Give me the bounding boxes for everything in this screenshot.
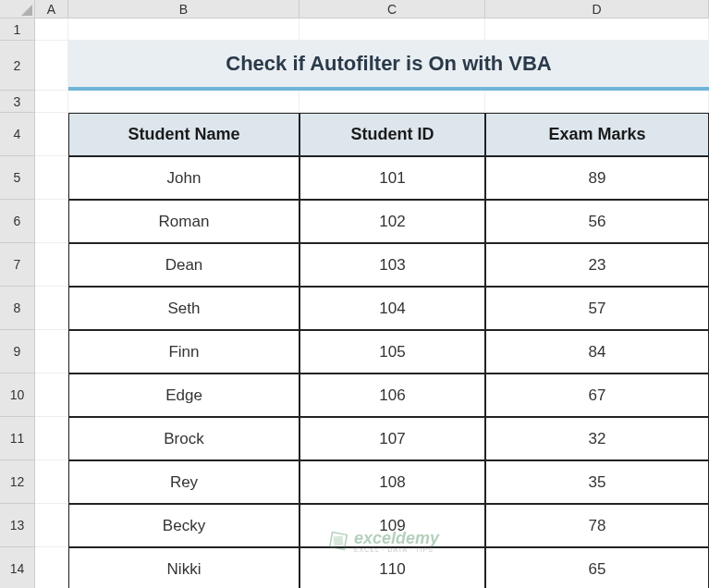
- table-cell[interactable]: Becky: [68, 504, 299, 547]
- row-header-10[interactable]: 10: [0, 374, 35, 417]
- table-cell[interactable]: 35: [485, 460, 709, 504]
- table-cell[interactable]: 32: [485, 417, 709, 460]
- cell-a5[interactable]: [35, 156, 68, 200]
- cell-a6[interactable]: [35, 200, 68, 243]
- table-cell[interactable]: 102: [299, 200, 485, 243]
- select-all-corner[interactable]: [0, 0, 35, 18]
- row-header-4[interactable]: 4: [0, 113, 35, 156]
- column-header-c[interactable]: C: [299, 0, 485, 18]
- spreadsheet-grid: A B C D 1 2 Check if Autofilter is On wi…: [0, 0, 709, 588]
- row-header-14[interactable]: 14: [0, 547, 35, 588]
- cell-a11[interactable]: [35, 417, 68, 460]
- header-student-name[interactable]: Student Name: [68, 113, 299, 156]
- cell-b1[interactable]: [68, 18, 299, 41]
- header-exam-marks[interactable]: Exam Marks: [485, 113, 709, 156]
- row-header-5[interactable]: 5: [0, 156, 35, 200]
- table-cell[interactable]: 109: [299, 504, 485, 547]
- table-cell[interactable]: 110: [299, 547, 485, 588]
- table-cell[interactable]: Brock: [68, 417, 299, 460]
- row-header-3[interactable]: 3: [0, 91, 35, 113]
- table-cell[interactable]: Dean: [68, 243, 299, 287]
- cell-a4[interactable]: [35, 113, 68, 156]
- row-header-12[interactable]: 12: [0, 460, 35, 504]
- table-cell[interactable]: 107: [299, 417, 485, 460]
- cell-a2[interactable]: [35, 41, 68, 91]
- cell-a7[interactable]: [35, 243, 68, 287]
- table-cell[interactable]: Finn: [68, 330, 299, 374]
- cell-d3[interactable]: [485, 91, 709, 113]
- header-student-id[interactable]: Student ID: [299, 113, 485, 156]
- cell-c1[interactable]: [299, 18, 485, 41]
- cell-a13[interactable]: [35, 504, 68, 547]
- table-cell[interactable]: 78: [485, 504, 709, 547]
- table-cell[interactable]: Seth: [68, 287, 299, 330]
- cell-a8[interactable]: [35, 287, 68, 330]
- row-header-7[interactable]: 7: [0, 243, 35, 287]
- table-cell[interactable]: 101: [299, 156, 485, 200]
- cell-a1[interactable]: [35, 18, 68, 41]
- row-header-6[interactable]: 6: [0, 200, 35, 243]
- table-cell[interactable]: John: [68, 156, 299, 200]
- column-header-a[interactable]: A: [35, 0, 68, 18]
- table-cell[interactable]: 67: [485, 374, 709, 417]
- title-cell[interactable]: Check if Autofilter is On with VBA: [68, 41, 709, 91]
- table-cell[interactable]: Edge: [68, 374, 299, 417]
- table-cell[interactable]: 106: [299, 374, 485, 417]
- table-cell[interactable]: 65: [485, 547, 709, 588]
- table-cell[interactable]: Roman: [68, 200, 299, 243]
- table-cell[interactable]: 105: [299, 330, 485, 374]
- table-cell[interactable]: 89: [485, 156, 709, 200]
- table-cell[interactable]: Nikki: [68, 547, 299, 588]
- row-header-2[interactable]: 2: [0, 41, 35, 91]
- column-header-b[interactable]: B: [68, 0, 299, 18]
- cell-a9[interactable]: [35, 330, 68, 374]
- cell-a10[interactable]: [35, 374, 68, 417]
- row-header-8[interactable]: 8: [0, 287, 35, 330]
- column-header-d[interactable]: D: [485, 0, 709, 18]
- row-header-9[interactable]: 9: [0, 330, 35, 374]
- table-cell[interactable]: 103: [299, 243, 485, 287]
- cell-b3[interactable]: [68, 91, 299, 113]
- row-header-11[interactable]: 11: [0, 417, 35, 460]
- cell-d1[interactable]: [485, 18, 709, 41]
- cell-c3[interactable]: [299, 91, 485, 113]
- table-cell[interactable]: 23: [485, 243, 709, 287]
- select-all-triangle-icon: [21, 5, 32, 16]
- table-cell[interactable]: 104: [299, 287, 485, 330]
- table-cell[interactable]: Rey: [68, 460, 299, 504]
- row-header-13[interactable]: 13: [0, 504, 35, 547]
- table-cell[interactable]: 56: [485, 200, 709, 243]
- row-header-1[interactable]: 1: [0, 18, 35, 41]
- table-cell[interactable]: 57: [485, 287, 709, 330]
- cell-a12[interactable]: [35, 460, 68, 504]
- cell-a14[interactable]: [35, 547, 68, 588]
- table-cell[interactable]: 108: [299, 460, 485, 504]
- table-cell[interactable]: 84: [485, 330, 709, 374]
- cell-a3[interactable]: [35, 91, 68, 113]
